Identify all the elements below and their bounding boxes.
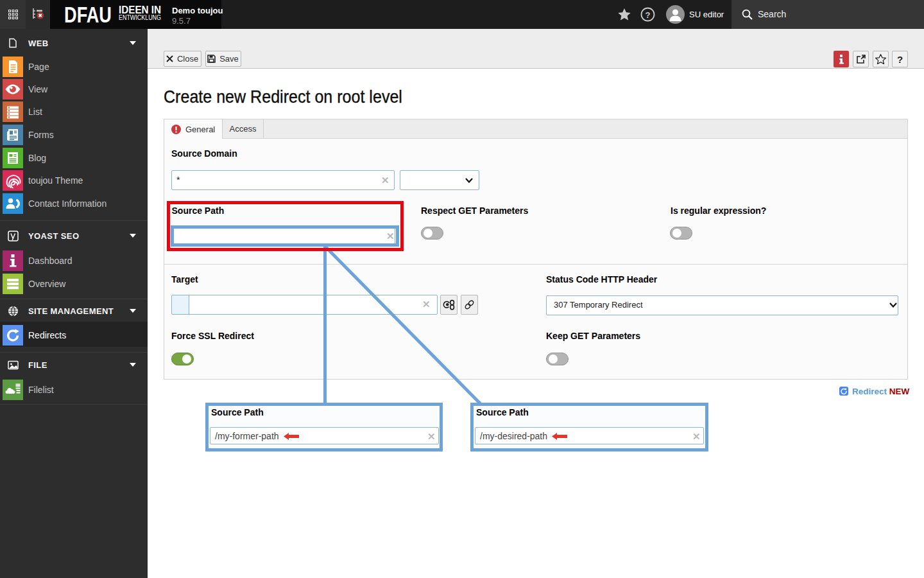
svg-text:?: ? — [646, 10, 651, 20]
svg-text:DFAU: DFAU — [64, 3, 112, 26]
svg-text:ENTWICKLUNG: ENTWICKLUNG — [119, 13, 161, 21]
